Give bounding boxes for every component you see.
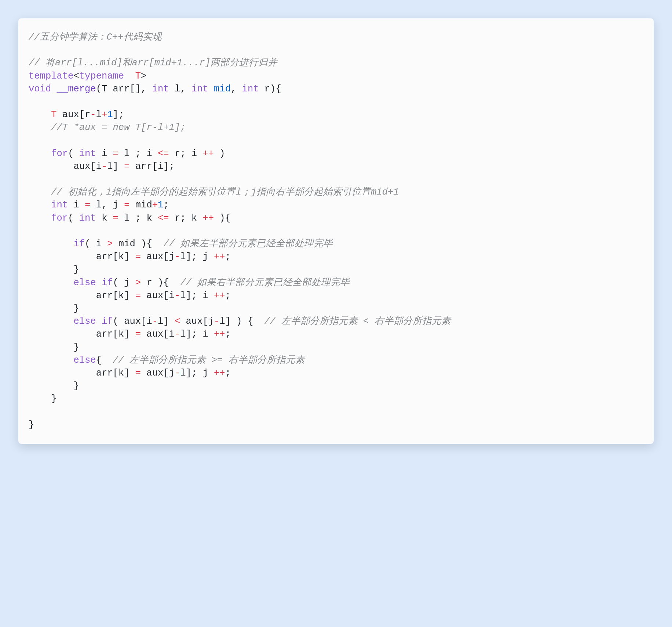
code-keyword: template bbox=[29, 71, 73, 81]
code-text bbox=[29, 161, 73, 172]
code-text: k bbox=[96, 213, 113, 224]
code-text: arr[k] bbox=[29, 329, 135, 340]
code-op: ++ bbox=[214, 290, 225, 301]
code-op: = bbox=[124, 200, 135, 210]
code-text: ; bbox=[225, 290, 231, 301]
code-text: , j bbox=[102, 200, 124, 210]
code-text: ; k bbox=[130, 213, 158, 224]
code-op: = bbox=[113, 213, 124, 224]
code-keyword: for bbox=[29, 213, 68, 224]
code-text: ; bbox=[225, 329, 231, 340]
code-op: - bbox=[214, 316, 219, 327]
code-text: arr[k] bbox=[29, 368, 135, 378]
code-text: aux[i bbox=[73, 161, 102, 172]
code-keyword: else bbox=[29, 278, 96, 288]
code-comment: // 左半部分所指元素 >= 右半部分所指元素 bbox=[113, 355, 305, 366]
code-text: , bbox=[231, 84, 242, 94]
code-comment: //T *aux = new T[r-l+1]; bbox=[29, 122, 186, 133]
code-text: i bbox=[68, 200, 85, 210]
code-text: ( bbox=[68, 148, 79, 159]
code-text: l]; i bbox=[180, 290, 214, 301]
code-text: i bbox=[96, 148, 113, 159]
code-op: > bbox=[107, 239, 113, 249]
code-op: ++ bbox=[214, 329, 225, 340]
code-op: <= bbox=[158, 148, 169, 159]
code-text: arr[k] bbox=[29, 290, 135, 301]
code-text: ( aux[i bbox=[113, 316, 152, 327]
code-text: } bbox=[29, 381, 79, 391]
code-text: ){ bbox=[214, 213, 231, 224]
code-keyword: int bbox=[242, 84, 259, 94]
code-text: l, bbox=[169, 84, 191, 94]
code-keyword: int bbox=[79, 148, 96, 159]
code-op: + bbox=[102, 109, 107, 120]
code-op: - bbox=[102, 161, 107, 172]
code-type: T bbox=[135, 71, 141, 81]
code-card: //五分钟学算法：C++代码实现 // 将arr[l...mid]和arr[mi… bbox=[18, 18, 654, 444]
code-op: ++ bbox=[214, 368, 225, 378]
code-keyword: else bbox=[29, 355, 96, 366]
code-op: <= bbox=[158, 213, 169, 224]
code-text: } bbox=[29, 394, 57, 404]
code-text: } bbox=[29, 420, 34, 430]
code-text: l]; j bbox=[180, 251, 214, 262]
code-op: - bbox=[175, 251, 180, 262]
code-text bbox=[124, 71, 135, 81]
code-text: ; bbox=[225, 368, 231, 378]
code-comment: // 将arr[l...mid]和arr[mid+1...r]两部分进行归并 bbox=[29, 58, 277, 68]
code-text: ; i bbox=[130, 148, 158, 159]
code-op: = bbox=[124, 161, 129, 172]
code-text: arr[k] bbox=[29, 251, 135, 262]
code-op: < bbox=[175, 316, 180, 327]
code-text: l] bbox=[107, 161, 124, 172]
code-text: l]; j bbox=[180, 368, 214, 378]
code-text: r; i bbox=[169, 148, 203, 159]
code-text: ( i bbox=[85, 239, 107, 249]
code-block[interactable]: //五分钟学算法：C++代码实现 // 将arr[l...mid]和arr[mi… bbox=[29, 31, 643, 431]
code-text: > bbox=[141, 71, 146, 81]
code-text: ){ bbox=[141, 239, 163, 249]
code-func: __merge bbox=[57, 84, 96, 94]
code-text: aux[i bbox=[141, 329, 175, 340]
code-text: ; bbox=[163, 200, 169, 210]
code-text: aux[j bbox=[141, 368, 175, 378]
code-text bbox=[51, 84, 56, 94]
code-text: ( bbox=[68, 213, 79, 224]
code-text: r; k bbox=[169, 213, 203, 224]
code-text: l] bbox=[158, 316, 175, 327]
code-text: l bbox=[124, 213, 129, 224]
code-text: } bbox=[29, 264, 79, 275]
code-number: 1 bbox=[107, 109, 113, 120]
code-op: = bbox=[135, 290, 141, 301]
code-text: mid bbox=[113, 239, 141, 249]
code-text: { bbox=[96, 355, 113, 366]
code-number: 1 bbox=[158, 200, 163, 210]
code-text: ) bbox=[214, 148, 225, 159]
code-op: = bbox=[85, 200, 96, 210]
code-comment: // 如果左半部分元素已经全部处理完毕 bbox=[163, 239, 333, 249]
code-keyword: int bbox=[191, 84, 208, 94]
code-text bbox=[29, 200, 51, 210]
code-op: = bbox=[135, 368, 141, 378]
code-keyword: void bbox=[29, 84, 51, 94]
code-text: l bbox=[96, 200, 102, 210]
code-text: mid bbox=[135, 200, 152, 210]
code-comment: // 如果右半部分元素已经全部处理完毕 bbox=[180, 278, 350, 288]
code-text: l bbox=[96, 109, 102, 120]
code-keyword: int bbox=[152, 84, 169, 94]
code-keyword: if bbox=[96, 316, 113, 327]
code-var: mid bbox=[208, 84, 231, 94]
code-op: - bbox=[175, 368, 180, 378]
code-keyword: if bbox=[96, 278, 113, 288]
code-text: } bbox=[29, 342, 79, 353]
code-keyword: for bbox=[29, 148, 68, 159]
code-op: ++ bbox=[202, 213, 214, 224]
code-text: < bbox=[73, 71, 79, 81]
code-keyword: int bbox=[51, 200, 68, 210]
code-text: aux[i bbox=[141, 290, 175, 301]
code-text: r bbox=[141, 278, 158, 288]
code-comment: // 初始化，i指向左半部分的起始索引位置l；j指向右半部分起始索引位置mid+… bbox=[29, 187, 399, 197]
code-op: - bbox=[90, 109, 96, 120]
code-text: ; bbox=[225, 251, 231, 262]
code-text: arr[i]; bbox=[129, 161, 174, 172]
